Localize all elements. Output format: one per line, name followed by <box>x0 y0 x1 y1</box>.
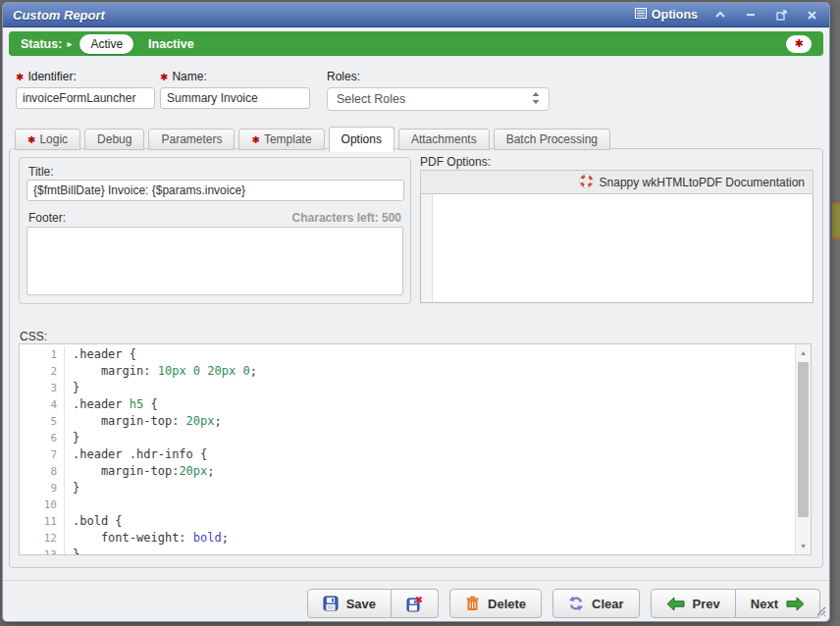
code-line: 4.header h5 { <box>20 396 795 413</box>
next-label: Next <box>751 597 778 611</box>
tab-logic[interactable]: ✱Logic <box>15 129 80 150</box>
roles-label: Roles: <box>327 70 550 83</box>
help-lifebuoy-icon <box>579 174 594 191</box>
prev-button[interactable]: Prev <box>651 589 736 618</box>
save-button[interactable]: Save <box>307 589 392 618</box>
tab-label: Batch Processing <box>506 132 598 146</box>
name-input[interactable] <box>160 87 310 109</box>
tab-label: Logic <box>39 132 68 146</box>
roles-select-value: Select Roles <box>337 92 405 106</box>
refresh-icon <box>568 596 584 611</box>
scroll-up-icon[interactable]: ▲ <box>796 345 811 360</box>
titlebar-controls: Options <box>635 7 819 23</box>
code-content: } <box>65 380 79 396</box>
pdf-doc-link[interactable]: Snappy wkHTMLtoPDF Documentation <box>600 176 805 189</box>
background-page-fragment <box>832 202 840 239</box>
popout-icon[interactable] <box>773 7 789 23</box>
select-updown-icon <box>532 92 540 107</box>
code-line: 6} <box>20 430 795 446</box>
pdf-options-grid-gutter <box>421 194 433 302</box>
report-form: ✱ Identifier: ✱ Name: Roles: Select Role… <box>16 70 817 115</box>
code-content: } <box>65 547 79 554</box>
identifier-input[interactable] <box>16 87 155 109</box>
pdf-options-panel: Snappy wkHTMLtoPDF Documentation <box>420 170 814 303</box>
tab-batch-processing[interactable]: Batch Processing <box>494 129 610 150</box>
options-menu-label: Options <box>652 8 698 22</box>
css-code-editor[interactable]: 1.header {2 margin: 10px 0 20px 0;3}4.he… <box>19 343 812 555</box>
line-number: 9 <box>20 480 65 496</box>
footer-textarea[interactable] <box>26 227 403 295</box>
required-icon: ✱ <box>160 72 168 82</box>
line-number: 10 <box>20 496 65 513</box>
code-content: margin: 10px 0 20px 0; <box>65 363 257 380</box>
arrow-left-icon <box>666 597 685 611</box>
identifier-label: ✱ Identifier: <box>16 70 155 83</box>
code-line: 10 <box>20 496 795 513</box>
line-number: 7 <box>20 446 65 463</box>
code-content: } <box>65 430 79 446</box>
code-content <box>65 496 73 513</box>
code-line: 7.header .hdr-info { <box>20 446 795 463</box>
tab-parameters[interactable]: Parameters <box>148 129 235 150</box>
code-line: 2 margin: 10px 0 20px 0; <box>20 363 795 380</box>
line-number: 1 <box>20 346 65 363</box>
options-tab-panel: Title: Footer: Characters left: 500 PDF … <box>9 148 823 568</box>
css-code-lines: 1.header {2 margin: 10px 0 20px 0;3}4.he… <box>20 346 795 554</box>
pdf-options-label: PDF Options: <box>420 155 491 169</box>
arrow-right-icon: ▸ <box>67 38 72 49</box>
status-active-button[interactable]: Active <box>79 34 133 54</box>
close-icon[interactable] <box>804 7 819 23</box>
required-icon: ✱ <box>794 37 803 50</box>
title-input[interactable] <box>26 180 404 201</box>
save-close-button[interactable] <box>392 589 439 618</box>
next-button[interactable]: Next <box>736 589 820 618</box>
scrollbar-thumb[interactable] <box>798 362 809 517</box>
minimize-icon[interactable] <box>743 7 759 23</box>
tab-debug[interactable]: Debug <box>84 129 144 150</box>
trash-icon <box>465 596 480 611</box>
editor-scrollbar[interactable]: ▲ ▼ <box>795 344 811 554</box>
line-number: 12 <box>20 530 65 547</box>
list-icon <box>635 8 647 22</box>
code-content: .header .hdr-info { <box>65 446 207 463</box>
footer-divider <box>3 580 829 581</box>
chars-left-counter: Characters left: 500 <box>292 211 401 225</box>
resize-grip[interactable] <box>814 602 826 620</box>
line-number: 5 <box>20 413 65 430</box>
line-number: 2 <box>20 363 65 380</box>
required-icon: ✱ <box>27 134 35 145</box>
save-button-group: Save <box>307 589 439 618</box>
dialog-titlebar[interactable]: Custom Report Options <box>3 3 829 27</box>
tab-options[interactable]: Options <box>329 127 394 152</box>
code-line: 8 margin-top:20px; <box>20 463 795 480</box>
code-content: } <box>65 480 79 496</box>
delete-button[interactable]: Delete <box>449 589 542 618</box>
name-label: ✱ Name: <box>160 70 310 83</box>
status-bar: Status: ▸ Active Inactive ✱ <box>9 31 823 56</box>
code-line: 11.bold { <box>20 513 795 530</box>
status-inactive-button[interactable]: Inactive <box>148 37 194 51</box>
footer-toolbar: Save Delete Clear <box>307 589 820 618</box>
clear-button[interactable]: Clear <box>552 589 640 618</box>
save-label: Save <box>346 597 376 611</box>
save-close-icon <box>406 596 423 612</box>
roles-select[interactable]: Select Roles <box>327 87 550 111</box>
collapse-icon[interactable] <box>712 7 728 23</box>
options-menu-button[interactable]: Options <box>635 8 698 22</box>
tab-template[interactable]: ✱Template <box>238 129 324 150</box>
status-label: Status: <box>21 37 62 51</box>
tab-attachments[interactable]: Attachments <box>398 129 490 150</box>
line-number: 4 <box>20 396 65 413</box>
footer-label: Footer: <box>28 211 66 225</box>
pdf-options-header: Snappy wkHTMLtoPDF Documentation <box>420 170 814 194</box>
line-number: 13 <box>20 547 65 554</box>
title-label: Title: <box>28 165 54 179</box>
code-content: .header h5 { <box>65 396 158 413</box>
report-tabs: ✱LogicDebugParameters✱TemplateOptionsAtt… <box>15 125 610 150</box>
scroll-down-icon[interactable]: ▼ <box>796 539 811 553</box>
line-number: 11 <box>20 513 65 530</box>
code-content: margin-top:20px; <box>65 463 215 480</box>
pdf-options-grid[interactable] <box>420 194 814 303</box>
line-number: 8 <box>20 463 65 480</box>
line-number: 6 <box>20 430 65 446</box>
